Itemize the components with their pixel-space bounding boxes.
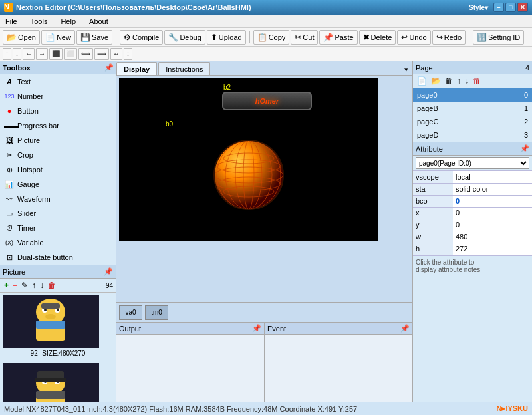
same-width-button[interactable]: ⟺	[78, 48, 93, 60]
tool-button[interactable]: ● Button	[0, 104, 116, 118]
page-row-pageB[interactable]: pageB 1	[413, 102, 532, 115]
picture-item-92[interactable]: 92--SIZE:480X270	[0, 293, 116, 360]
picture-delete-button[interactable]: 🗑	[47, 280, 57, 291]
attribute-pin-icon[interactable]: 📌	[520, 144, 529, 153]
tool-waveform[interactable]: 〰 Waveform	[0, 192, 116, 206]
attribute-table: vscope local sta solid color bco 0 x 0	[413, 171, 532, 255]
distribute-v-button[interactable]: ↕	[124, 48, 132, 60]
cut-icon: ✂	[295, 33, 301, 42]
page-down-button[interactable]: ↓	[464, 76, 470, 86]
align-down-button[interactable]: ↓	[13, 48, 21, 60]
tool-hotspot[interactable]: ⊕ Hotspot	[0, 162, 116, 177]
page-copy-button[interactable]: 📂	[430, 76, 442, 86]
attr-key-sta: sta	[413, 183, 453, 195]
attr-row-x[interactable]: x 0	[413, 207, 532, 219]
tool-variable[interactable]: (X) Variable	[0, 235, 116, 250]
attr-val-bco[interactable]: 0	[453, 195, 532, 207]
distribute-h-button[interactable]: ↔	[110, 48, 122, 60]
page-up-button[interactable]: ↑	[456, 76, 462, 86]
same-height-button[interactable]: ⟹	[94, 48, 109, 60]
open-button[interactable]: 📂Open	[3, 30, 40, 45]
attr-val-w[interactable]: 480	[453, 231, 532, 243]
attr-val-x[interactable]: 0	[453, 207, 532, 219]
menu-help[interactable]: Help	[58, 16, 78, 27]
page-new-button[interactable]: 📄	[416, 76, 428, 86]
canvas-area: b2 hOmer b0	[116, 76, 412, 302]
picture-up-button[interactable]: ↑	[31, 280, 37, 291]
align-left-button[interactable]: ←	[23, 48, 35, 60]
output-pin-icon[interactable]: 📌	[252, 324, 261, 333]
maximize-button[interactable]: □	[505, 3, 516, 12]
toolbar: 📂Open 📄New 💾Save ⚙Compile 🔧Debug ⬆Upload…	[0, 28, 532, 47]
copy-button[interactable]: 📋Copy	[253, 30, 290, 45]
widget-tm0[interactable]: tm0	[145, 305, 168, 320]
new-button[interactable]: 📄New	[41, 30, 75, 45]
debug-button[interactable]: 🔧Debug	[164, 30, 205, 45]
label-b2[interactable]: b2	[222, 84, 232, 91]
tab-instructions[interactable]: Instructions	[158, 62, 210, 75]
page-row-page0[interactable]: page0 0	[413, 88, 532, 102]
toolbox-pin-icon[interactable]: 📌	[104, 63, 114, 72]
attr-row-h[interactable]: h 272	[413, 243, 532, 255]
tool-slider[interactable]: ▭ Slider	[0, 206, 116, 221]
settingid-button[interactable]: 🔢Setting ID	[473, 30, 524, 45]
tool-text[interactable]: A Text	[0, 74, 116, 89]
close-button[interactable]: ✕	[517, 3, 528, 12]
label-b0[interactable]: b0	[164, 120, 174, 128]
picture-down-button[interactable]: ↓	[39, 280, 45, 291]
attr-val-y[interactable]: 0	[453, 219, 532, 231]
tool-number[interactable]: 123 Number	[0, 89, 116, 104]
widget-va0[interactable]: va0	[119, 305, 142, 320]
tool-dualstate[interactable]: ⊡ Dual-state button	[0, 250, 116, 265]
align-center-v-button[interactable]: ⬜	[64, 48, 77, 60]
svg-rect-3	[36, 321, 65, 329]
attr-val-sta[interactable]: solid color	[453, 183, 532, 195]
button-homer[interactable]: hOmer	[222, 92, 312, 110]
attr-row-w[interactable]: w 480	[413, 231, 532, 243]
align-center-h-button[interactable]: ⬛	[49, 48, 63, 60]
display-canvas[interactable]: b2 hOmer b0	[119, 78, 378, 241]
compile-button[interactable]: ⚙Compile	[120, 30, 163, 45]
paste-button[interactable]: 📌Paste	[319, 30, 357, 45]
tool-progressbar[interactable]: ▬▬ Progress bar	[0, 118, 116, 133]
tool-crop[interactable]: ✂ Crop	[0, 148, 116, 162]
picture-edit-button[interactable]: ✎	[20, 280, 29, 291]
picture-add-button[interactable]: +	[3, 280, 10, 291]
tool-timer[interactable]: ⏱ Timer	[0, 221, 116, 235]
undo-button[interactable]: ↩Undo	[397, 30, 430, 45]
page-trash-button[interactable]: 🗑	[471, 76, 482, 86]
redo-button[interactable]: ↪Redo	[432, 30, 466, 45]
save-button[interactable]: 💾Save	[76, 30, 112, 45]
attr-val-h[interactable]: 272	[453, 243, 532, 255]
delete-button[interactable]: ✖Delete	[359, 30, 396, 45]
page-row-pageC[interactable]: pageC 2	[413, 115, 532, 128]
page-delete-button[interactable]: 🗑	[444, 76, 454, 86]
cut-button[interactable]: ✂Cut	[291, 30, 318, 45]
attr-row-bco[interactable]: bco 0	[413, 195, 532, 207]
picture-label-92: 92--SIZE:480X270	[3, 350, 113, 357]
attribute-select[interactable]: page0(Page ID:0)	[416, 157, 529, 169]
minimize-button[interactable]: –	[493, 3, 504, 12]
align-right-button[interactable]: →	[36, 48, 48, 60]
svg-point-8	[45, 314, 56, 319]
attr-row-sta[interactable]: sta solid color	[413, 183, 532, 195]
tool-gauge[interactable]: 📊 Gauge	[0, 177, 116, 192]
upload-button[interactable]: ⬆Upload	[207, 30, 246, 45]
menu-tools[interactable]: Tools	[28, 16, 51, 27]
picture-remove-button[interactable]: −	[11, 280, 19, 291]
tab-display[interactable]: Display	[116, 62, 157, 75]
tab-arrow[interactable]: ▾	[400, 64, 412, 75]
picture-item-93[interactable]: 93--SIZE:480X270	[0, 360, 116, 402]
tool-picture[interactable]: 🖼 Picture	[0, 133, 116, 148]
event-pin-icon[interactable]: 📌	[400, 324, 410, 333]
menu-file[interactable]: File	[3, 16, 20, 27]
attribute-header: Attribute 📌	[413, 142, 532, 156]
style-label[interactable]: Style▾	[469, 4, 488, 11]
align-up-button[interactable]: ↑	[3, 48, 11, 60]
attr-row-y[interactable]: y 0	[413, 219, 532, 231]
attr-row-vscope[interactable]: vscope local	[413, 171, 532, 183]
menu-about[interactable]: About	[86, 16, 111, 27]
picture-pin-icon[interactable]: 📌	[104, 267, 113, 276]
attr-val-vscope[interactable]: local	[453, 171, 532, 183]
page-row-pageD[interactable]: pageD 3	[413, 128, 532, 142]
